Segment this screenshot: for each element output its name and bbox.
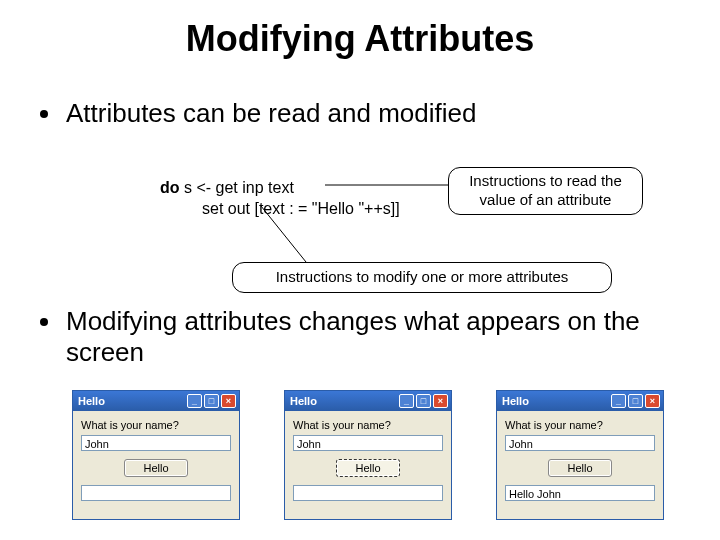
bullet-text: Attributes can be read and modified <box>66 98 476 129</box>
window-2: Hello _ □ × What is your name? John Hell… <box>284 390 452 520</box>
minimize-button[interactable]: _ <box>611 394 626 408</box>
name-input[interactable]: John <box>81 435 231 451</box>
callout-read: Instructions to read the value of an att… <box>448 167 643 215</box>
prompt-label: What is your name? <box>293 419 443 431</box>
bullet-dot-icon <box>40 110 48 118</box>
hello-button[interactable]: Hello <box>336 459 399 477</box>
output-field[interactable]: Hello John <box>505 485 655 501</box>
code-line1: s <- get inp text <box>180 179 294 196</box>
bullet-item: Modifying attributes changes what appear… <box>40 306 680 368</box>
maximize-button[interactable]: □ <box>416 394 431 408</box>
windows-row: Hello _ □ × What is your name? John Hell… <box>72 390 664 520</box>
minimize-button[interactable]: _ <box>187 394 202 408</box>
output-field[interactable] <box>81 485 231 501</box>
close-button[interactable]: × <box>433 394 448 408</box>
close-button[interactable]: × <box>221 394 236 408</box>
hello-button[interactable]: Hello <box>124 459 187 477</box>
code-block: do s <- get inp text set out [text : = "… <box>160 178 400 220</box>
prompt-label: What is your name? <box>505 419 655 431</box>
slide-title: Modifying Attributes <box>0 18 720 60</box>
code-line2: set out [text : = "Hello "++s]] <box>160 199 400 220</box>
window-1: Hello _ □ × What is your name? John Hell… <box>72 390 240 520</box>
prompt-label: What is your name? <box>81 419 231 431</box>
callout-modify: Instructions to modify one or more attri… <box>232 262 612 293</box>
code-keyword: do <box>160 179 180 196</box>
name-input[interactable]: John <box>293 435 443 451</box>
window-title: Hello <box>500 395 611 407</box>
close-button[interactable]: × <box>645 394 660 408</box>
bullet-dot-icon <box>40 318 48 326</box>
window-titlebar: Hello _ □ × <box>497 391 663 411</box>
bullet-item: Attributes can be read and modified <box>40 98 720 129</box>
window-titlebar: Hello _ □ × <box>285 391 451 411</box>
hello-button[interactable]: Hello <box>548 459 611 477</box>
window-titlebar: Hello _ □ × <box>73 391 239 411</box>
window-3: Hello _ □ × What is your name? John Hell… <box>496 390 664 520</box>
minimize-button[interactable]: _ <box>399 394 414 408</box>
maximize-button[interactable]: □ <box>204 394 219 408</box>
window-title: Hello <box>288 395 399 407</box>
name-input[interactable]: John <box>505 435 655 451</box>
output-field[interactable] <box>293 485 443 501</box>
window-title: Hello <box>76 395 187 407</box>
maximize-button[interactable]: □ <box>628 394 643 408</box>
bullet-text: Modifying attributes changes what appear… <box>66 306 680 368</box>
